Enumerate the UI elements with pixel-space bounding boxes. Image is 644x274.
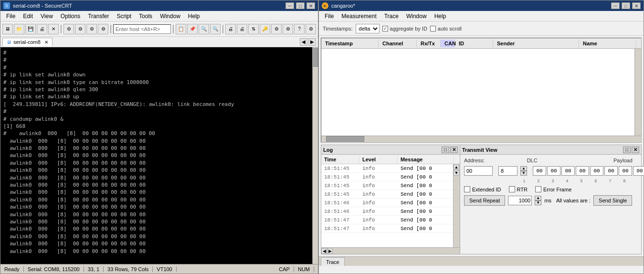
payload-input-8[interactable] bbox=[633, 166, 644, 176]
terminal-area[interactable]: # # # # ip link set awlink0 down # ip li… bbox=[0, 47, 318, 264]
payload-input-3[interactable] bbox=[561, 166, 575, 176]
toolbar-btn6[interactable]: ⚙ bbox=[75, 24, 85, 34]
dlc-spinner[interactable]: ▲ ▼ bbox=[520, 166, 527, 176]
cg-menu-trace[interactable]: Trace bbox=[380, 12, 402, 21]
log-row[interactable]: 18:51:47 info Send [00 0 bbox=[321, 224, 453, 233]
toolbar-btn8[interactable]: ⚙ bbox=[98, 24, 108, 34]
toolbar-settings2[interactable]: ⚙ bbox=[271, 24, 282, 34]
cg-menu-help[interactable]: Help bbox=[431, 12, 450, 21]
toolbar-print2[interactable]: 🖨 bbox=[225, 24, 236, 34]
transmit-close-btn[interactable]: ✕ bbox=[632, 147, 639, 153]
maximize-button[interactable]: □ bbox=[296, 2, 305, 9]
toolbar-btn9[interactable]: ⚙ bbox=[306, 24, 316, 34]
toolbar-settings3[interactable]: ⚙ bbox=[283, 24, 293, 34]
log-row[interactable]: 18:51:46 info Send [00 0 bbox=[321, 199, 453, 207]
repeat-up-btn[interactable]: ▲ bbox=[535, 196, 541, 200]
scrollbar-thumb[interactable] bbox=[313, 48, 318, 67]
toolbar-save[interactable]: 💾 bbox=[25, 24, 36, 34]
toolbar-key[interactable]: 🔑 bbox=[260, 24, 270, 34]
log-row[interactable]: 18:51:45 info Send [00 0 bbox=[321, 164, 453, 173]
menu-window[interactable]: Window bbox=[156, 12, 184, 21]
log-scrollbar[interactable]: ▲ ▼ bbox=[453, 164, 460, 247]
repeat-down-btn[interactable]: ▼ bbox=[535, 200, 541, 205]
cg-close-button[interactable]: ✕ bbox=[632, 2, 641, 9]
payload-input-5[interactable] bbox=[590, 166, 603, 176]
extended-id-label[interactable]: Extended ID bbox=[464, 186, 501, 192]
close-button[interactable]: ✕ bbox=[306, 2, 315, 9]
log-scroll-up[interactable]: ▲ bbox=[454, 164, 459, 170]
payload-input-2[interactable] bbox=[547, 166, 560, 176]
log-close-btn[interactable]: ✕ bbox=[450, 147, 458, 153]
toolbar-print[interactable]: 🖨 bbox=[37, 24, 47, 34]
tab-nav-right[interactable]: ▶ bbox=[308, 38, 316, 46]
toolbar-paste[interactable]: 📌 bbox=[187, 24, 198, 34]
error-frame-label[interactable]: Error Frame bbox=[535, 186, 571, 192]
cg-maximize-button[interactable]: □ bbox=[622, 2, 630, 9]
transmit-maximize-btn[interactable]: □ bbox=[623, 147, 631, 153]
extended-id-checkbox[interactable] bbox=[464, 186, 470, 192]
payload-input-7[interactable] bbox=[619, 166, 632, 176]
send-single-button[interactable]: Send Single bbox=[593, 195, 632, 206]
toolbar-stop[interactable]: ✕ bbox=[48, 24, 59, 34]
log-scroll-left[interactable]: ◀ bbox=[321, 248, 327, 254]
toolbar-btn7[interactable]: ⚙ bbox=[86, 24, 97, 34]
toolbar-open[interactable]: 📁 bbox=[14, 24, 24, 34]
address-input[interactable] bbox=[464, 166, 493, 176]
menu-transfer[interactable]: Transfer bbox=[84, 12, 113, 21]
menu-file[interactable]: File bbox=[2, 12, 19, 21]
cg-menu-window[interactable]: Window bbox=[402, 12, 431, 21]
menu-script[interactable]: Script bbox=[113, 12, 135, 21]
log-row[interactable]: 18:51:46 info Send [00 0 bbox=[321, 207, 453, 216]
toolbar-search2[interactable]: 🔍 bbox=[210, 24, 221, 34]
menu-view[interactable]: View bbox=[37, 12, 57, 21]
menu-tools[interactable]: Tools bbox=[135, 12, 156, 21]
log-scroll-right[interactable]: ▶ bbox=[327, 248, 333, 254]
error-frame-checkbox[interactable] bbox=[535, 186, 541, 192]
rtr-checkbox[interactable] bbox=[509, 186, 515, 192]
address-bar[interactable]: Enter host <Alt+R> bbox=[113, 24, 171, 34]
menu-edit[interactable]: Edit bbox=[19, 12, 37, 21]
toolbar-search[interactable]: 🔍 bbox=[199, 24, 209, 34]
cg-menu-measurement[interactable]: Measurement bbox=[338, 12, 380, 21]
log-scroll-down[interactable]: ▼ bbox=[454, 170, 459, 176]
log-row[interactable]: 18:51:45 info Send [00 0 bbox=[321, 190, 453, 199]
log-bottom-scroll[interactable]: ◀ ▶ bbox=[321, 247, 460, 254]
toolbar-help[interactable]: ? bbox=[294, 24, 305, 34]
can-vscroll[interactable] bbox=[634, 49, 641, 136]
trace-tab[interactable]: Trace bbox=[321, 257, 345, 266]
toolbar-new[interactable]: 🖥 bbox=[2, 24, 13, 34]
payload-input-4[interactable] bbox=[576, 166, 589, 176]
dlc-input[interactable] bbox=[498, 166, 517, 176]
dlc-up-btn[interactable]: ▲ bbox=[520, 166, 527, 171]
menu-help[interactable]: Help bbox=[184, 12, 204, 21]
toolbar-print3[interactable]: 🖨 bbox=[237, 24, 247, 34]
dlc-down-btn[interactable]: ▼ bbox=[520, 171, 527, 176]
minimize-button[interactable]: ─ bbox=[285, 2, 294, 9]
log-row[interactable]: 18:51:45 info Send [00 0 bbox=[321, 173, 453, 181]
aggregate-checkbox[interactable] bbox=[382, 26, 388, 32]
auto-scroll-checkbox[interactable] bbox=[430, 26, 436, 32]
log-maximize-btn[interactable]: □ bbox=[442, 147, 449, 153]
log-row[interactable]: 18:51:45 info Send [00 0 bbox=[321, 181, 453, 190]
repeat-spinner[interactable]: ▲ ▼ bbox=[535, 196, 541, 205]
timestamps-select[interactable]: delta bbox=[356, 24, 380, 33]
can-data-area[interactable] bbox=[321, 49, 641, 136]
cg-menu-file[interactable]: File bbox=[321, 12, 338, 21]
toolbar-sftp[interactable]: ⇅ bbox=[248, 24, 259, 34]
tab-serial-com8[interactable]: 🖥 serial-com8 ✕ bbox=[2, 38, 53, 46]
send-repeat-button[interactable]: Send Repeat bbox=[464, 195, 505, 206]
toolbar-copy[interactable]: 📋 bbox=[176, 24, 186, 34]
vertical-scrollbar[interactable] bbox=[312, 47, 318, 264]
can-hscroll[interactable] bbox=[321, 136, 641, 142]
toolbar-btn5[interactable]: ⚙ bbox=[63, 24, 74, 34]
send-repeat-input[interactable] bbox=[508, 196, 532, 205]
menu-options[interactable]: Options bbox=[57, 12, 84, 21]
hscroll-thumb[interactable] bbox=[326, 136, 364, 142]
payload-input-1[interactable] bbox=[533, 166, 546, 176]
tab-nav-left[interactable]: ◀ bbox=[300, 38, 307, 46]
payload-input-6[interactable] bbox=[604, 166, 618, 176]
cg-minimize-button[interactable]: ─ bbox=[611, 2, 620, 9]
rtr-label[interactable]: RTR bbox=[509, 186, 528, 192]
tab-close-icon[interactable]: ✕ bbox=[44, 40, 48, 45]
log-row[interactable]: 18:51:47 info Send [00 0 bbox=[321, 216, 453, 224]
